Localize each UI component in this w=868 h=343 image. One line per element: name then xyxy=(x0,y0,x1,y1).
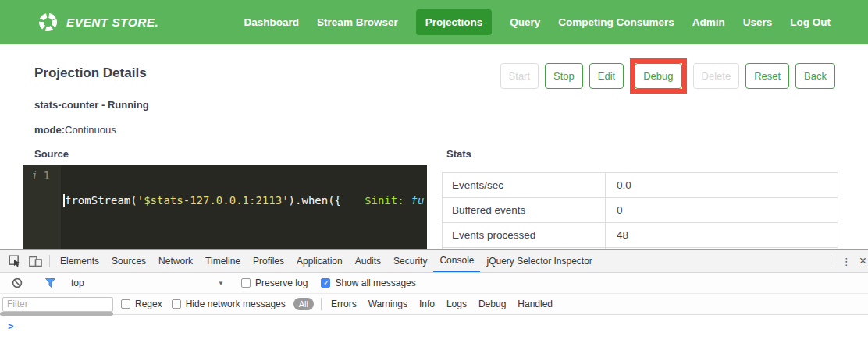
brand-text: EVENT STORE. xyxy=(66,16,158,30)
stat-value: 0 xyxy=(606,198,838,222)
level-handled[interactable]: Handled xyxy=(518,299,553,309)
divider xyxy=(831,255,831,267)
stat-value: 0.0 xyxy=(606,173,838,197)
devtools-menu-icon[interactable]: ⋮ xyxy=(835,256,858,267)
nav-item-log-out[interactable]: Log Out xyxy=(790,16,831,28)
stat-label: Events processed xyxy=(443,223,606,247)
nav-item-stream-browser[interactable]: Stream Browser xyxy=(317,16,398,28)
tab-jquery-selector-inspector[interactable]: jQuery Selector Inspector xyxy=(480,250,598,272)
nav-item-competing-consumers[interactable]: Competing Consumers xyxy=(558,16,674,28)
checkbox-checked[interactable] xyxy=(321,278,330,288)
back-button[interactable]: Back xyxy=(795,63,835,89)
code-token: ).when({ xyxy=(289,194,341,207)
divider xyxy=(49,255,50,267)
horizontal-scrollbar-thumb[interactable] xyxy=(0,312,113,316)
devtools-tabbar: Elements Sources Network Timeline Profil… xyxy=(0,250,868,273)
tab-security[interactable]: Security xyxy=(387,250,433,272)
nav-item-dashboard[interactable]: Dashboard xyxy=(244,16,300,28)
tab-sources[interactable]: Sources xyxy=(105,250,152,272)
table-row: Events/sec 0.0 xyxy=(443,173,838,198)
inspect-element-icon[interactable] xyxy=(5,251,25,271)
source-code-editor[interactable]: i 1 fromStream('$stats-127.0.0.1:2113').… xyxy=(23,165,427,249)
checkbox-unchecked[interactable] xyxy=(241,278,251,288)
stat-label: Buffered events xyxy=(443,198,606,222)
stat-label: Events/sec xyxy=(443,173,606,197)
stats-heading: Stats xyxy=(446,148,471,160)
devtools-panel: Elements Sources Network Timeline Profil… xyxy=(0,249,868,343)
chevron-down-icon: ▼ xyxy=(218,280,224,287)
projection-status: stats-counter - Running xyxy=(34,99,149,111)
divider xyxy=(321,298,322,310)
checkbox-unchecked[interactable] xyxy=(121,299,130,309)
code-area[interactable]: fromStream('$stats-127.0.0.1:2113').when… xyxy=(61,165,427,249)
code-token-string: '$stats-127.0.0.1:2113' xyxy=(137,194,289,207)
stats-table: Events/sec 0.0 Buffered events 0 Events … xyxy=(442,172,838,249)
tab-console[interactable]: Console xyxy=(433,250,480,272)
tab-audits[interactable]: Audits xyxy=(349,250,387,272)
action-buttons: Start Stop Edit Debug Delete Reset Back xyxy=(500,55,835,96)
regex-checkbox[interactable]: Regex xyxy=(121,299,162,309)
tab-profiles[interactable]: Profiles xyxy=(247,250,290,272)
source-heading: Source xyxy=(34,148,69,160)
mode-value: Continuous xyxy=(65,124,116,136)
checkbox-unchecked[interactable] xyxy=(172,299,181,309)
device-toolbar-icon[interactable] xyxy=(25,251,45,271)
console-toolbar: top ▼ Preserve log Show all messages xyxy=(0,273,868,294)
page-title: Projection Details xyxy=(34,65,147,81)
edit-button[interactable]: Edit xyxy=(589,63,624,89)
start-button[interactable]: Start xyxy=(500,63,539,89)
eventstore-logo-icon xyxy=(37,12,59,33)
nav-item-query[interactable]: Query xyxy=(510,16,540,28)
screen: EVENT STORE. Dashboard Stream Browser Pr… xyxy=(0,0,868,343)
clear-console-icon[interactable] xyxy=(7,273,27,293)
console-filter-bar: Regex Hide network messages All Errors W… xyxy=(0,294,868,315)
gutter-info-marker: i xyxy=(31,169,37,182)
execution-context-selector[interactable]: top ▼ xyxy=(71,278,224,288)
nav-item-users[interactable]: Users xyxy=(743,16,773,28)
delete-button[interactable]: Delete xyxy=(693,63,740,89)
reset-button[interactable]: Reset xyxy=(745,63,789,89)
context-value: top xyxy=(71,278,218,288)
console-input-area[interactable]: > xyxy=(0,315,868,343)
filter-all-pill[interactable]: All xyxy=(293,298,314,310)
mode-line: mode:Continuous xyxy=(34,124,116,136)
level-debug[interactable]: Debug xyxy=(478,299,506,309)
line-number: 1 xyxy=(43,169,49,182)
mode-label: mode: xyxy=(34,124,65,136)
nav-item-admin[interactable]: Admin xyxy=(692,16,725,28)
hide-network-messages-checkbox[interactable]: Hide network messages xyxy=(172,299,286,309)
table-row: Events processed 48 xyxy=(443,223,838,248)
level-info[interactable]: Info xyxy=(419,299,435,309)
navbar: EVENT STORE. Dashboard Stream Browser Pr… xyxy=(0,0,868,44)
code-token-keyword: $init: xyxy=(365,194,404,207)
stop-button[interactable]: Stop xyxy=(545,63,583,89)
level-logs[interactable]: Logs xyxy=(446,299,467,309)
code-token: fromStream( xyxy=(65,194,137,207)
tab-timeline[interactable]: Timeline xyxy=(199,250,247,272)
debug-button[interactable]: Debug xyxy=(635,63,681,89)
preserve-log-checkbox[interactable]: Preserve log xyxy=(241,278,308,288)
editor-gutter: i 1 xyxy=(23,165,61,249)
stat-value: 48 xyxy=(606,223,838,247)
filter-input[interactable] xyxy=(2,297,113,312)
filter-levels: Errors Warnings Info Logs Debug Handled xyxy=(331,299,553,309)
filter-funnel-icon[interactable] xyxy=(40,273,60,293)
main-nav: Dashboard Stream Browser Projections Que… xyxy=(244,9,831,35)
tab-elements[interactable]: Elements xyxy=(54,250,105,272)
debug-highlight-annotation: Debug xyxy=(630,58,686,94)
level-warnings[interactable]: Warnings xyxy=(368,299,407,309)
show-all-messages-checkbox[interactable]: Show all messages xyxy=(321,278,415,288)
table-row: Buffered events 0 xyxy=(443,198,838,223)
code-line-1: fromStream('$stats-127.0.0.1:2113').when… xyxy=(63,192,427,208)
nav-item-projections[interactable]: Projections xyxy=(416,9,493,35)
devtools-close-icon[interactable]: × xyxy=(858,254,868,268)
tab-application[interactable]: Application xyxy=(290,250,349,272)
level-errors[interactable]: Errors xyxy=(331,299,357,309)
console-prompt-chevron: > xyxy=(8,320,14,332)
tab-network[interactable]: Network xyxy=(152,250,199,272)
code-token-function: fu xyxy=(411,194,425,207)
brand-link[interactable]: EVENT STORE. xyxy=(37,12,158,33)
